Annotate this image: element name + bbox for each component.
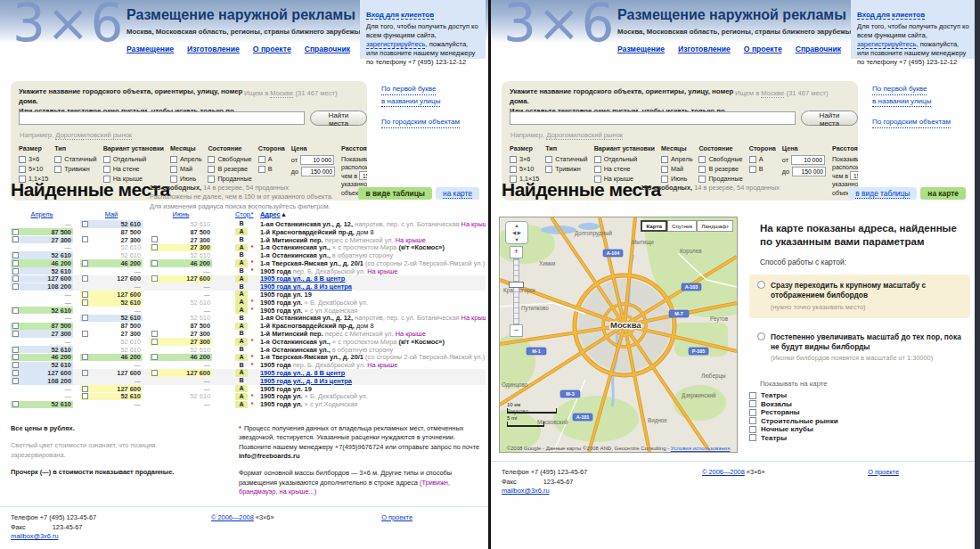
price-checkbox[interactable] [12,229,19,235]
filter-option[interactable]: Июнь [661,175,692,183]
price-checkbox[interactable] [151,275,158,282]
filter-option[interactable]: На стене [103,165,164,173]
checkbox-icon[interactable] [749,409,756,416]
checkbox-icon[interactable] [170,166,177,173]
price-checkbox[interactable] [82,236,88,242]
checkbox-icon[interactable] [170,176,177,183]
by-letter-line1[interactable]: По первой букве [381,84,436,95]
checkbox-icon[interactable] [749,392,756,399]
by-letter-line2[interactable]: в названии улицы [381,96,440,108]
filter-option[interactable]: Проданные [698,175,742,183]
price-checkbox[interactable] [82,370,88,376]
register-link[interactable]: зарегистрируйтесь [366,40,425,49]
map-layer-item[interactable]: Вокзалы [749,400,970,409]
price-checkbox[interactable] [151,331,158,337]
map-layer-item[interactable]: Театры [749,391,970,400]
copyright-link[interactable]: © 2006—2008 [211,513,254,521]
price-to-input[interactable] [301,167,335,176]
address-link[interactable]: 1905 года ул., д. 8 В центр [260,274,345,283]
pan-up-icon[interactable]: ▲ [506,222,527,229]
table-row[interactable]: 52 610——B*1905 года пер. Б. Декабрьской … [11,361,486,369]
email-link[interactable]: mailbox@3x6.ru [502,487,550,495]
filter-option[interactable]: 5×10 [510,165,539,173]
price-checkbox[interactable] [151,339,158,345]
checkbox-icon[interactable] [54,166,61,173]
price-checkbox[interactable] [12,252,19,258]
sort-may-link[interactable]: Май [105,210,118,218]
client-login-link[interactable]: Вход для клиентов [366,11,434,20]
price-from-input[interactable] [300,155,334,165]
example-link[interactable]: Дорогомиловский рынок [546,131,623,140]
address-link[interactable]: 1905 года ул., д. 8 Из центра [260,283,352,291]
checkbox-icon[interactable] [594,166,601,173]
table-row[interactable]: 52 61052 61052 610B1-я Останкинская ул.,… [11,251,486,259]
price-checkbox[interactable] [12,401,19,407]
zoom-in-button[interactable]: + [510,246,523,258]
zoom-slider-handle[interactable] [509,282,524,288]
map-option-1[interactable]: Сразу переходить к крупному масштабу с о… [749,274,970,318]
register-link[interactable]: зарегистрируйтесь [857,40,916,49]
search-input[interactable] [510,111,796,125]
filter-option[interactable]: 3×6 [510,155,539,163]
terms-link[interactable]: Условия использования [671,446,731,451]
checkbox-icon[interactable] [510,166,517,173]
checkbox-icon[interactable] [103,156,110,163]
price-checkbox[interactable] [12,268,19,274]
filter-option[interactable]: Отдельный [103,155,164,163]
radio-icon[interactable] [757,332,765,340]
map-view-link[interactable]: на карте [443,189,472,199]
table-row[interactable]: 27 30027 30027 300B1-й Митинский пер. пе… [11,330,486,338]
by-objects-link[interactable]: По городским объектам [381,117,460,128]
table-row[interactable]: 27 30027 30027 300B1-й Митинский пер. пе… [11,236,486,244]
nav-link-3[interactable]: Справочник [305,45,350,53]
table-row[interactable]: —52 61052 610A*1905 года ул. × Б. Декабр… [11,393,486,401]
checkbox-icon[interactable] [749,400,756,407]
price-checkbox[interactable] [151,354,158,360]
checkbox-icon[interactable] [749,156,756,163]
price-checkbox[interactable] [12,347,19,353]
nav-link-3[interactable]: Справочник [796,45,841,53]
checkbox-icon[interactable] [258,156,265,163]
scope-city-link[interactable]: Москве [270,89,293,98]
checkbox-icon[interactable] [661,176,668,183]
filter-option[interactable]: Тривижн [545,165,587,173]
table-row[interactable]: 52 610——B*1905 года пер. Б. Декабрьской … [11,267,486,275]
price-to-input[interactable] [792,167,826,176]
map-layer-item[interactable]: Ночные клубы [749,425,970,434]
filter-option[interactable]: Статичный [545,155,587,163]
table-row[interactable]: —52 61027 300A*1-я Останкинская ул., × с… [11,338,486,346]
table-view-button[interactable]: в виде таблицы [848,187,917,200]
checkbox-icon[interactable] [19,156,26,163]
table-row[interactable]: —52 61052 610B1-ая Останкинская ул., д. … [11,220,486,228]
client-login-link[interactable]: Вход для клиентов [857,11,925,20]
price-checkbox[interactable] [82,221,88,227]
table-row[interactable]: —52 61027 300A*1-я Останкинская ул., × с… [11,243,486,251]
table-row[interactable]: 46 20046 20046 200A*1-я Тверская-Ямская … [11,259,486,267]
radio-icon[interactable] [757,281,765,289]
pan-down-icon[interactable]: ▼ [506,236,527,243]
price-checkbox[interactable] [12,354,19,360]
scope-city-link[interactable]: Москве [761,89,784,98]
table-row[interactable]: 87 50087 50087 500A1-й Красногвардейский… [11,228,486,236]
zoom-slider-track[interactable] [513,258,519,324]
nav-link-0[interactable]: Размещение [127,45,174,53]
price-checkbox[interactable] [82,260,88,266]
map-layer-item[interactable]: Строительные рынки [749,417,970,426]
price-checkbox[interactable] [12,307,19,314]
filter-option[interactable]: На стене [594,165,655,173]
price-checkbox[interactable] [12,323,19,329]
filter-option[interactable]: Апрель [170,155,201,163]
checkbox-icon[interactable] [661,166,668,173]
price-checkbox[interactable] [12,331,19,337]
table-row[interactable]: —127 600—A1905 года ул. 19 [11,385,486,393]
filter-option[interactable]: Май [661,165,692,173]
checkbox-icon[interactable] [749,426,756,433]
table-row[interactable]: 127 600127 600127 600A1905 года ул., д. … [11,369,486,377]
nav-link-1[interactable]: Изготовление [678,45,731,53]
checkbox-icon[interactable] [103,166,110,173]
price-checkbox[interactable] [12,378,19,384]
checkbox-icon[interactable] [545,156,552,163]
price-checkbox[interactable] [12,260,19,266]
filter-option[interactable]: В резерве [698,165,742,173]
zoom-out-button[interactable]: − [510,324,523,337]
